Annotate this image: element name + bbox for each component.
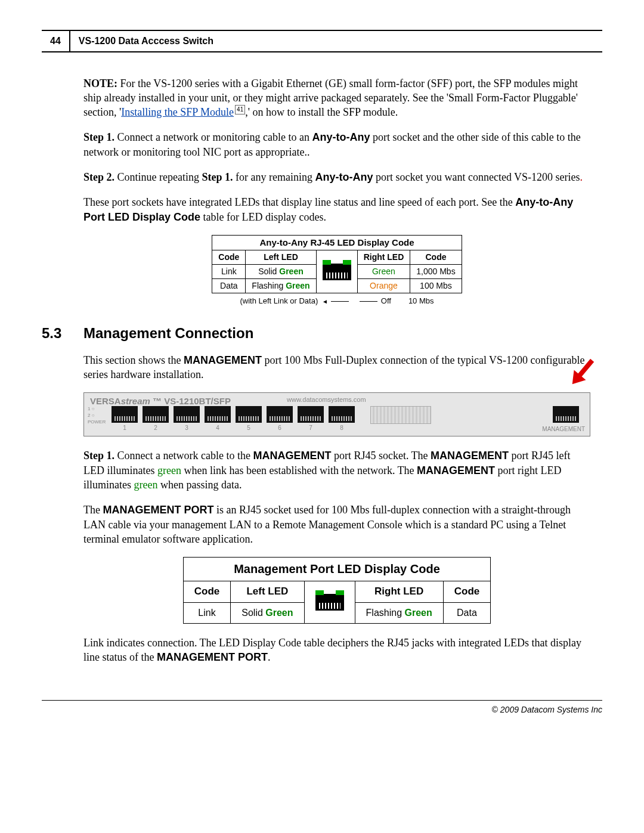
- management-port-icon: [553, 406, 579, 423]
- section-heading: 5.3Management Connection: [42, 324, 602, 343]
- rj45-icon: [304, 581, 355, 624]
- device-figure: VERSAstream ™ VS-1210BT/SFP www.datacoms…: [83, 392, 590, 436]
- note-paragraph: NOTE: For the VS-1200 series with a Giga…: [83, 76, 590, 120]
- mgmt-port-para: The MANAGEMENT PORT is an RJ45 socket us…: [83, 503, 590, 546]
- page-number: 44: [42, 31, 70, 51]
- step-1b: Step 1. Connect a network cable to the M…: [83, 448, 590, 492]
- device-front-panel: VERSAstream ™ VS-1210BT/SFP www.datacoms…: [83, 392, 590, 436]
- step-2a: Step 2. Continue repeating Step 1. for a…: [83, 170, 590, 184]
- sfp-slot: [370, 406, 431, 424]
- install-sfp-link[interactable]: Installing the SFP Module: [121, 106, 234, 118]
- step-1a: Step 1. Connect a network or monitoring …: [83, 130, 590, 159]
- any-to-any-led-table: Any-to-Any RJ-45 LED Display Code Code L…: [212, 235, 462, 293]
- page-header: 44 VS-1200 Data Acccess Switch: [42, 30, 602, 52]
- table1-caption: (with Left Link or Data) Off 10 Mbs: [83, 296, 590, 306]
- port-row: [112, 406, 355, 423]
- mgmt-intro: This section shows the MANAGEMENT port 1…: [83, 353, 590, 382]
- management-led-table: Management Port LED Display Code Code Le…: [183, 557, 491, 624]
- page-ref-icon: 41: [235, 105, 245, 114]
- led-intro: These port sockets have integrated LEDs …: [83, 195, 590, 224]
- page-content: NOTE: For the VS-1200 series with a Giga…: [83, 76, 590, 306]
- rj45-icon: [316, 250, 357, 293]
- page-footer: © 2009 Datacom Systems Inc: [42, 700, 602, 716]
- closing-para: Link indicates connection. The LED Displ…: [83, 636, 590, 665]
- doc-title: VS-1200 Data Acccess Switch: [70, 31, 222, 51]
- note-label: NOTE:: [83, 78, 117, 89]
